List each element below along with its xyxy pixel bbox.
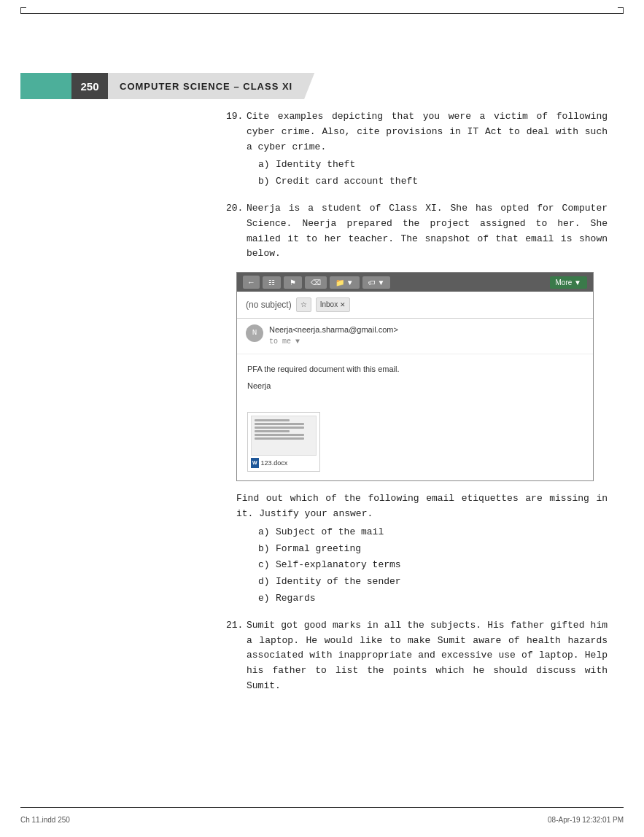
etiquette-list: a) Subject of the mail b) Formal greetin…: [258, 525, 608, 607]
question-21-row: 21. Sumit got good marks in all the subj…: [226, 618, 608, 694]
footer-left: Ch 11.indd 250: [20, 816, 70, 824]
header-bar: 250 Computer Science – Class xi: [20, 73, 314, 99]
email-inbox-badge: Inbox ✕: [316, 297, 350, 312]
email-star-badge: ☆: [296, 297, 311, 312]
email-subject: (no subject): [246, 298, 292, 312]
etiquette-c: c) Self-explanatory terms: [258, 558, 608, 573]
email-screenshot: ← ☷ ⚑ ⌫ 📁 ▼ 🏷 ▼ More ▼ (no subject) ☆ In…: [236, 272, 594, 481]
email-attachment-area: W 123.docx: [237, 406, 593, 480]
etiquette-d: d) Identity of the sender: [258, 575, 608, 590]
email-sender-info: Neerja<neerja.sharma@gmail.com> to me ▼: [269, 324, 398, 347]
corner-mark-tr: [618, 7, 624, 13]
att-line-6: [255, 437, 304, 440]
q19-sub-b-text: Credit card account theft: [276, 174, 418, 190]
etiquette-b-label: b): [258, 542, 276, 557]
corner-mark-tl: [20, 7, 26, 13]
etiquette-c-text: Self-explanatory terms: [276, 558, 401, 573]
q20-text: Neerja is a student of Class XI. She has…: [247, 201, 608, 262]
etiquette-e-text: Regards: [276, 591, 316, 607]
email-header-area: (no subject) ☆ Inbox ✕: [237, 292, 593, 319]
header-title: Computer Science – Class xi: [120, 81, 292, 92]
att-line-1: [255, 419, 290, 421]
email-inbox-label: Inbox: [320, 299, 338, 311]
q19-sub-a: a) Identity theft: [258, 157, 608, 173]
email-more-button[interactable]: More ▼: [550, 276, 587, 289]
att-line-2: [255, 423, 304, 425]
header-title-block: Computer Science – Class xi: [108, 73, 314, 99]
email-attachment[interactable]: W 123.docx: [247, 412, 320, 472]
attachment-preview: [251, 416, 317, 456]
email-inbox-close[interactable]: ✕: [340, 300, 346, 310]
q19-sub-a-text: Identity theft: [276, 157, 355, 173]
email-flag-button[interactable]: ⚑: [284, 276, 302, 289]
q20-continuation: Find out which of the following email et…: [236, 491, 608, 522]
header-green-accent: [20, 73, 71, 99]
email-to-line: to me ▼: [269, 336, 398, 348]
q19-number: 19.: [226, 109, 247, 125]
email-delete-button[interactable]: ⌫: [305, 276, 327, 289]
etiquette-b: b) Formal greeting: [258, 542, 608, 557]
etiquette-d-text: Identity of the sender: [276, 575, 401, 590]
etiquette-d-label: d): [258, 575, 276, 590]
etiquette-a-text: Subject of the mail: [276, 525, 384, 540]
q19-sub-a-label: a): [258, 157, 276, 173]
q21-number: 21.: [226, 618, 247, 634]
email-body-line2: Neerja: [247, 380, 583, 393]
q19-text: Cite examples depicting that you were a …: [247, 109, 608, 155]
q21-text: Sumit got good marks in all the subjects…: [247, 618, 608, 694]
q19-sub-b: b) Credit card account theft: [258, 174, 608, 190]
attachment-label: W 123.docx: [251, 458, 287, 468]
word-icon: W: [251, 458, 259, 467]
question-20-row: 20. Neerja is a student of Class XI. She…: [226, 201, 608, 262]
email-avatar: N: [246, 324, 263, 342]
email-back-button[interactable]: ←: [243, 276, 260, 289]
top-border: [20, 13, 624, 14]
email-from-address: Neerja<neerja.sharma@gmail.com>: [269, 324, 398, 335]
question-20: 20. Neerja is a student of Class XI. She…: [226, 201, 608, 607]
etiquette-a-label: a): [258, 525, 276, 540]
page-number: 250: [71, 73, 108, 99]
email-archive-button[interactable]: ☷: [263, 276, 281, 289]
q20-etiquette-intro: Find out which of the following email et…: [236, 491, 608, 522]
email-folder-button[interactable]: 📁 ▼: [330, 276, 360, 289]
att-line-5: [255, 434, 304, 436]
email-from-area: N Neerja<neerja.sharma@gmail.com> to me …: [237, 319, 593, 354]
q19-sub-list: a) Identity theft b) Credit card account…: [258, 157, 608, 190]
attachment-filename: 123.docx: [261, 458, 288, 468]
att-line-3: [255, 427, 304, 429]
etiquette-e: e) Regards: [258, 591, 608, 607]
etiquette-c-label: c): [258, 558, 276, 573]
email-toolbar: ← ☷ ⚑ ⌫ 📁 ▼ 🏷 ▼ More ▼: [237, 273, 593, 292]
question-19: 19. Cite examples depicting that you wer…: [226, 109, 608, 190]
bottom-border: [20, 807, 624, 808]
att-line-4: [255, 430, 290, 432]
q20-number: 20.: [226, 201, 247, 217]
etiquette-a: a) Subject of the mail: [258, 525, 608, 540]
main-content: 19. Cite examples depicting that you wer…: [226, 109, 608, 706]
q19-sub-b-label: b): [258, 174, 276, 190]
email-subject-line: (no subject) ☆ Inbox ✕: [246, 297, 584, 312]
email-body-line1: PFA the required document with this emai…: [247, 363, 583, 376]
etiquette-e-label: e): [258, 591, 276, 607]
footer: Ch 11.indd 250 08-Apr-19 12:32:01 PM: [20, 816, 624, 824]
etiquette-b-text: Formal greeting: [276, 542, 361, 557]
email-label-button[interactable]: 🏷 ▼: [362, 276, 391, 289]
attachment-lines: [252, 416, 316, 444]
question-21: 21. Sumit got good marks in all the subj…: [226, 618, 608, 694]
question-19-row: 19. Cite examples depicting that you wer…: [226, 109, 608, 155]
email-body: PFA the required document with this emai…: [237, 354, 593, 406]
footer-right: 08-Apr-19 12:32:01 PM: [548, 816, 624, 824]
